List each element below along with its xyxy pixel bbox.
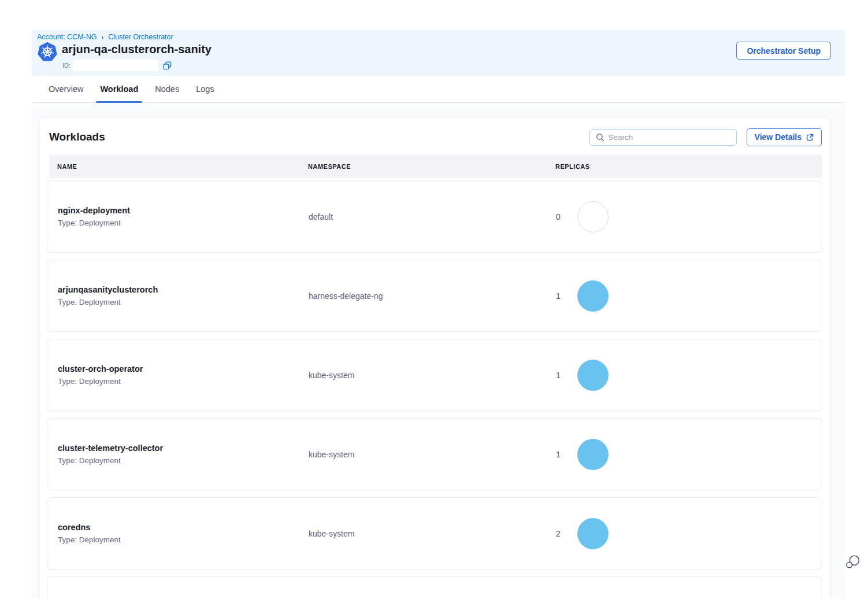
- workloads-search[interactable]: [589, 129, 737, 146]
- workload-name-cell: coredns Type: Deployment: [58, 523, 309, 544]
- external-link-icon: [806, 134, 814, 141]
- tab-bar: Overview Workload Nodes Logs: [32, 76, 845, 103]
- replica-status-circle: [577, 280, 609, 312]
- content-area: Workloads View Details: [32, 103, 845, 599]
- replica-count: 0: [556, 212, 562, 221]
- workload-name-cell: cluster-orch-operator Type: Deployment: [58, 364, 309, 386]
- replica-count: 1: [556, 371, 562, 380]
- tab-nodes[interactable]: Nodes: [155, 76, 179, 102]
- table-row[interactable]: nginx-deployment Type: Deployment defaul…: [47, 180, 822, 253]
- replica-status-circle: [577, 518, 609, 549]
- workload-name-cell: nginx-deployment Type: Deployment: [58, 206, 309, 227]
- table-header: NAME NAMESPACE REPLICAS: [49, 154, 822, 178]
- workload-type: Type: Deployment: [58, 535, 309, 544]
- workload-name: nginx-deployment: [58, 206, 309, 215]
- table-row[interactable]: coredns Type: Deployment kube-system 2: [47, 497, 822, 570]
- replica-count: 1: [556, 450, 562, 459]
- workload-type: Type: Deployment: [58, 219, 309, 227]
- workload-namespace: kube-system: [309, 450, 556, 459]
- workload-replicas-cell: 2: [556, 518, 822, 549]
- workload-name: coredns: [58, 523, 309, 532]
- tab-overview[interactable]: Overview: [49, 76, 83, 102]
- breadcrumb: Account: CCM-NG › Cluster Orchestrator: [37, 33, 173, 41]
- workload-name-cell: cluster-telemetry-collector Type: Deploy…: [58, 443, 309, 465]
- workload-type: Type: Deployment: [58, 456, 309, 465]
- tab-workload[interactable]: Workload: [100, 76, 138, 102]
- workload-replicas-cell: 1: [556, 360, 822, 391]
- workload-replicas-cell: 0: [556, 201, 822, 232]
- workloads-title: Workloads: [49, 131, 589, 143]
- column-header-namespace: NAMESPACE: [308, 163, 555, 170]
- workload-name-cell: arjunqasanityclusterorch Type: Deploymen…: [58, 285, 309, 306]
- view-details-button[interactable]: View Details: [747, 128, 822, 146]
- page-header: Account: CCM-NG › Cluster Orchestrator a…: [32, 30, 845, 76]
- replica-status-circle: [577, 201, 609, 232]
- copy-icon[interactable]: [163, 61, 172, 70]
- workload-name: cluster-orch-operator: [58, 364, 309, 374]
- table-row-partial[interactable]: [47, 576, 822, 599]
- breadcrumb-account-link[interactable]: Account: CCM-NG: [37, 33, 97, 41]
- id-redacted-value: [73, 60, 158, 71]
- page-title: arjun-qa-clusterorch-sanity: [62, 43, 212, 56]
- column-header-replicas: REPLICAS: [555, 163, 822, 170]
- workload-name: arjunqasanityclusterorch: [58, 285, 309, 294]
- table-row[interactable]: arjunqasanityclusterorch Type: Deploymen…: [47, 260, 822, 332]
- workload-replicas-cell: 1: [556, 439, 822, 470]
- search-icon: [596, 133, 604, 142]
- replica-count: 1: [556, 291, 562, 301]
- table-body: nginx-deployment Type: Deployment defaul…: [47, 180, 822, 599]
- table-row[interactable]: cluster-telemetry-collector Type: Deploy…: [47, 418, 822, 490]
- replica-status-circle: [577, 360, 609, 391]
- cluster-id-line: ID:: [62, 59, 172, 72]
- app-frame: Account: CCM-NG › Cluster Orchestrator a…: [32, 30, 845, 599]
- orchestrator-setup-button[interactable]: Orchestrator Setup: [736, 42, 831, 60]
- id-label: ID:: [62, 62, 71, 69]
- kubernetes-icon: [38, 42, 57, 62]
- workload-namespace: harness-delegate-ng: [309, 291, 556, 301]
- replica-count: 2: [556, 529, 562, 538]
- replica-status-circle: [577, 439, 609, 470]
- view-details-label: View Details: [755, 132, 802, 142]
- workload-replicas-cell: 1: [556, 280, 822, 312]
- workload-type: Type: Deployment: [58, 377, 309, 386]
- workload-type: Type: Deployment: [58, 298, 309, 306]
- workload-namespace: default: [309, 212, 556, 221]
- breadcrumb-chevron-icon: ›: [102, 34, 104, 40]
- breadcrumb-page-link[interactable]: Cluster Orchestrator: [108, 33, 173, 41]
- workload-namespace: kube-system: [309, 371, 556, 380]
- tab-logs[interactable]: Logs: [196, 76, 214, 102]
- workload-name: cluster-telemetry-collector: [58, 443, 309, 453]
- table-row[interactable]: cluster-orch-operator Type: Deployment k…: [47, 339, 822, 411]
- column-header-name: NAME: [57, 163, 308, 170]
- workloads-card-header: Workloads View Details: [49, 128, 822, 146]
- workloads-card: Workloads View Details: [39, 117, 830, 599]
- search-input[interactable]: [609, 133, 730, 142]
- workload-namespace: kube-system: [309, 529, 556, 538]
- chat-bubbles-icon[interactable]: [845, 554, 861, 570]
